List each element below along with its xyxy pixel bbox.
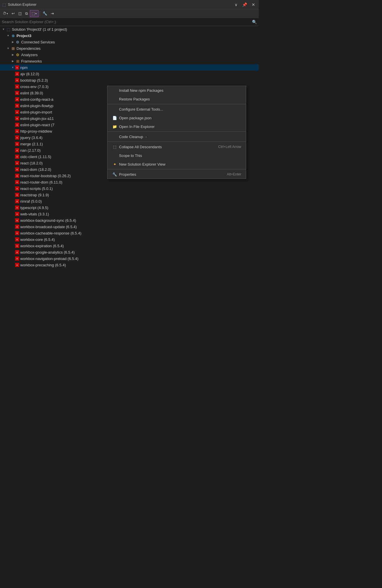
pkg-icon: n <box>15 155 19 159</box>
solution-icon: ⬚ <box>6 27 11 32</box>
toolbar: ⏱ ▾ ↩ ◫ ⧉ ⬚ ▾ 🔧 ⇥ <box>0 9 259 18</box>
solution-explorer-icon: ⬚ <box>2 2 6 7</box>
ctx-separator <box>107 142 246 142</box>
ctx-item-restore-packages[interactable]: Restore Packages <box>107 95 246 103</box>
solution-item[interactable]: ▼ ⬚ Solution 'Project3' (1 of 1 project) <box>0 26 259 32</box>
ctx-label: Properties <box>119 172 136 177</box>
ctx-item-scope-to-this[interactable]: Scope to This <box>107 151 246 160</box>
project-item[interactable]: ▼ ⊕ Project3 <box>0 32 259 39</box>
search-bar: 🔍 <box>0 18 259 26</box>
dependencies-item[interactable]: ▼ ⊞ Dependencies <box>0 45 259 52</box>
chevron-down-btn[interactable]: ∨ <box>233 2 239 8</box>
ctx-item-configure-tools[interactable]: Configure External Tools... <box>107 105 246 113</box>
package-item[interactable]: n workbox-precaching (6.5.4) <box>0 262 259 268</box>
ctx-label: Collapse All Descendants <box>119 145 162 149</box>
package-item[interactable]: n web-vitals (3.3.1) <box>0 211 259 217</box>
package-item[interactable]: n workbox-cacheable-response (6.5.4) <box>0 230 259 236</box>
ctx-item-code-cleanup[interactable]: Code Cleanup › <box>107 132 246 141</box>
properties-wrench-icon: 🔧 <box>112 172 117 177</box>
pkg-label: workbox-background-sync (6.5.4) <box>20 218 76 223</box>
analyzers-item[interactable]: ▶ ⚙ Analyzers <box>0 52 259 58</box>
back-btn[interactable]: ↩ <box>10 10 16 17</box>
tree-area[interactable]: ▼ ⬚ Solution 'Project3' (1 of 1 project)… <box>0 26 259 397</box>
pkg-icon: n <box>15 123 19 127</box>
new-view-btn[interactable]: ⧉ <box>24 10 29 17</box>
sync-dropdown-icon: ▾ <box>7 12 8 15</box>
ctx-label: Open In File Explorer <box>119 124 155 129</box>
pkg-label: workbox-precaching (6.5.4) <box>20 263 66 267</box>
sync-btn[interactable]: ⏱ ▾ <box>1 10 10 17</box>
file-explorer-icon: 📁 <box>112 124 117 129</box>
package-item[interactable]: n bootstrap (5.2.3) <box>0 77 259 83</box>
pkg-icon: n <box>15 142 19 146</box>
pkg-label: react (18.2.0) <box>20 161 43 165</box>
title-bar-text: Solution Explorer <box>8 2 36 7</box>
context-menu: Install New npm Packages Restore Package… <box>107 86 246 179</box>
connected-services-item[interactable]: ▶ ⚙ Connected Services <box>0 39 259 45</box>
close-btn[interactable]: ✕ <box>251 2 256 8</box>
preview-btn[interactable]: ⇥ <box>49 10 55 17</box>
pkg-label: react-dom (18.2.0) <box>20 167 51 172</box>
project-expand-icon: ▼ <box>6 33 10 38</box>
package-item[interactable]: n workbox-broadcast-update (6.5.4) <box>0 224 259 230</box>
ctx-label: Open package.json <box>119 116 151 120</box>
pkg-label: jquery (3.6.4) <box>20 135 43 140</box>
package-item[interactable]: n rimraf (5.0.0) <box>0 198 259 204</box>
pkg-icon: n <box>15 110 19 114</box>
project-label: Project3 <box>17 34 31 38</box>
pkg-label: workbox-broadcast-update (6.5.4) <box>20 225 77 229</box>
ctx-label: Code Cleanup <box>119 135 143 139</box>
npm-item[interactable]: ▼ n npm <box>0 64 259 71</box>
pkg-icon: n <box>15 78 19 82</box>
pin-btn[interactable]: 📌 <box>241 2 248 8</box>
pkg-label: eslint-plugin-import <box>20 110 52 114</box>
pkg-icon: n <box>15 244 19 248</box>
ctx-item-open-package-json[interactable]: 📄 Open package.json <box>107 113 246 122</box>
pkg-icon: n <box>15 212 19 216</box>
analyzers-icon: ⚙ <box>15 52 20 57</box>
pkg-label: reactstrap (9.1.9) <box>20 193 49 197</box>
search-input[interactable] <box>2 20 252 24</box>
package-item[interactable]: n reactstrap (9.1.9) <box>0 192 259 198</box>
ctx-item-open-file-explorer[interactable]: 📁 Open In File Explorer <box>107 122 246 131</box>
solution-label: Solution 'Project3' (1 of 1 project) <box>12 27 67 32</box>
project-icon: ⊕ <box>10 33 16 38</box>
package-item[interactable]: n workbox-background-sync (6.5.4) <box>0 217 259 224</box>
pkg-icon: n <box>15 193 19 197</box>
show-all-files-btn[interactable]: ⬚ ▾ <box>30 10 39 17</box>
ctx-shortcut: Alt+Enter <box>227 172 241 176</box>
package-item[interactable]: n react-router-dom (6.11.0) <box>0 179 259 185</box>
pkg-icon: n <box>15 116 19 120</box>
ctx-item-properties[interactable]: 🔧 Properties Alt+Enter <box>107 170 246 179</box>
ctx-label: Configure External Tools... <box>119 107 163 111</box>
pkg-icon: n <box>15 129 19 133</box>
package-item[interactable]: n ajv (8.12.0) <box>0 71 259 77</box>
pkg-label: eslint-plugin-jsx-a11 <box>20 116 54 121</box>
new-view-icon: ⧉ <box>25 11 28 16</box>
package-item[interactable]: n typescript (4.9.5) <box>0 204 259 211</box>
collapse-icon: ◫ <box>18 11 22 16</box>
dependencies-icon: ⊞ <box>10 46 16 51</box>
pkg-icon: n <box>15 104 19 108</box>
pkg-icon: n <box>15 218 19 222</box>
search-button[interactable]: 🔍 <box>252 20 257 24</box>
solution-expand-icon: ▼ <box>1 27 6 32</box>
pkg-label: eslint-plugin-flowtyp <box>20 104 53 108</box>
ctx-item-new-solution-explorer[interactable]: ✦ New Solution Explorer View <box>107 160 246 168</box>
pkg-label: http-proxy-middlew <box>20 129 52 133</box>
package-item[interactable]: n workbox-navigation-preload (6.5.4) <box>0 255 259 262</box>
title-bar: ⬚ Solution Explorer ∨ 📌 ✕ <box>0 0 259 9</box>
ctx-separator <box>107 104 246 104</box>
frameworks-item[interactable]: ▶ ⊞ Frameworks <box>0 58 259 64</box>
ctx-item-install-npm[interactable]: Install New npm Packages <box>107 86 246 95</box>
pkg-label: eslint (8.39.0) <box>20 91 43 95</box>
package-item[interactable]: n workbox-core (6.5.4) <box>0 236 259 243</box>
pkg-icon: n <box>15 250 19 254</box>
package-item[interactable]: n react-scripts (5.0.1) <box>0 185 259 192</box>
collapse-btn[interactable]: ◫ <box>17 10 23 17</box>
preview-icon: ⇥ <box>51 11 54 16</box>
package-item[interactable]: n workbox-google-analytics (6.5.4) <box>0 249 259 255</box>
package-item[interactable]: n workbox-expiration (6.5.4) <box>0 243 259 249</box>
properties-btn[interactable]: 🔧 <box>41 10 49 17</box>
ctx-item-collapse-all[interactable]: ⬚ Collapse All Descendants Ctrl+Left Arr… <box>107 142 246 151</box>
